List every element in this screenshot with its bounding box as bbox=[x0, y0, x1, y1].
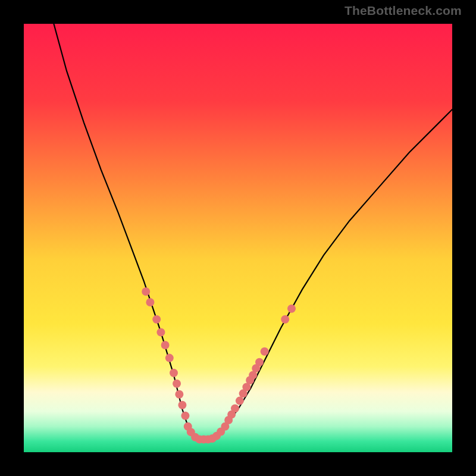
curve-marker bbox=[255, 358, 264, 367]
curve-layer bbox=[24, 24, 452, 452]
curve-marker bbox=[165, 354, 174, 362]
curve-marker bbox=[281, 315, 289, 324]
curve-marker bbox=[161, 341, 170, 349]
curve-marker bbox=[175, 390, 183, 399]
curve-marker bbox=[287, 305, 296, 313]
curve-marker bbox=[231, 405, 239, 413]
chart-frame: TheBottleneck.com bbox=[0, 0, 476, 476]
curve-marker bbox=[146, 298, 154, 306]
curve-marker bbox=[178, 401, 186, 409]
curve-markers bbox=[142, 287, 296, 443]
plot-area bbox=[24, 24, 452, 452]
curve-marker bbox=[156, 328, 165, 336]
curve-marker bbox=[142, 287, 150, 296]
curve-marker bbox=[181, 412, 189, 420]
curve-marker bbox=[236, 397, 244, 405]
watermark-text: TheBottleneck.com bbox=[345, 4, 462, 18]
curve-marker bbox=[261, 347, 269, 356]
curve-marker bbox=[170, 369, 178, 377]
curve-marker bbox=[173, 380, 181, 388]
curve-marker bbox=[152, 315, 161, 324]
